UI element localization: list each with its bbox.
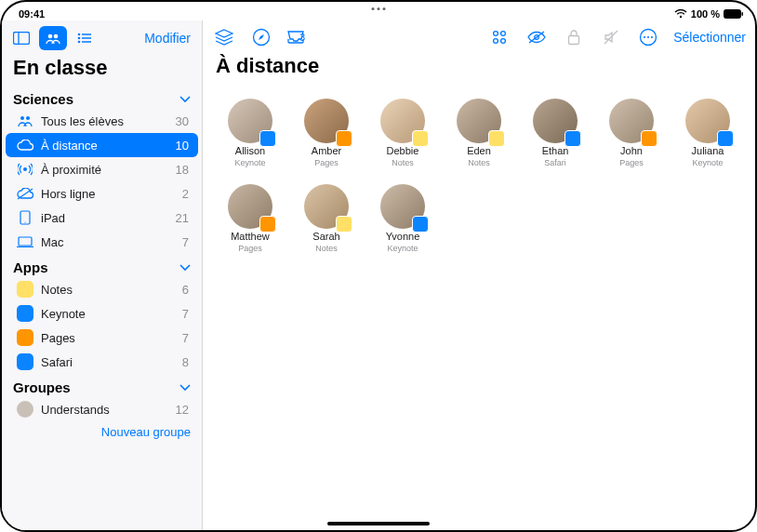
students-grid: AllisonKeynoteAmberPagesDebbieNotesEdenN…: [203, 82, 755, 270]
sidebar-item-keynote[interactable]: Keynote7: [6, 301, 198, 326]
svg-rect-18: [19, 237, 32, 246]
inbox-icon[interactable]: 3: [286, 25, 305, 49]
inbox-count: 3: [299, 32, 305, 43]
chevron-down-icon: [179, 384, 191, 392]
main-panel: 3 Sélectionner: [203, 20, 755, 530]
people-view-button[interactable]: [39, 26, 67, 50]
compass-icon[interactable]: [249, 25, 273, 49]
student-app-label: Keynote: [387, 244, 418, 253]
section-header-groups[interactable]: Groupes: [2, 374, 202, 397]
svg-point-12: [20, 116, 24, 120]
app-badge-safari-icon: [564, 130, 581, 147]
modify-button[interactable]: Modifier: [139, 27, 196, 49]
mute-icon[interactable]: [599, 25, 623, 49]
mac-icon: [17, 233, 33, 250]
device-frame: 09:41 100 %: [0, 0, 757, 532]
student-debbie[interactable]: DebbieNotes: [368, 99, 437, 167]
section-label: Apps: [13, 259, 48, 275]
svg-point-31: [647, 36, 649, 38]
new-group-button[interactable]: Nouveau groupe: [2, 421, 202, 443]
sidebar-item-count: 7: [182, 307, 189, 321]
sidebar-item-à-proximité[interactable]: À proximité18: [6, 157, 198, 181]
student-ethan[interactable]: EthanSafari: [521, 99, 590, 167]
near-icon: [17, 161, 33, 178]
student-juliana[interactable]: JulianaKeynote: [673, 99, 742, 167]
svg-point-23: [494, 39, 498, 44]
sidebar-item-label: Tous les élèves: [41, 114, 124, 128]
status-bar: 09:41 100 %: [2, 6, 755, 22]
sidebar-item-notes[interactable]: Notes6: [6, 277, 198, 301]
avatar-wrap: [304, 184, 349, 229]
svg-point-6: [78, 33, 81, 36]
stack-icon[interactable]: [212, 25, 236, 49]
more-icon[interactable]: [636, 25, 660, 49]
app-pages-icon: [17, 329, 33, 346]
student-app-label: Pages: [619, 158, 644, 167]
sidebar-item-count: 10: [176, 139, 189, 153]
sidebar-item-count: 7: [182, 331, 189, 345]
sidebar-item-tous-les-élèves[interactable]: Tous les élèves30: [6, 109, 198, 133]
section-header-sciences[interactable]: Sciences: [2, 86, 202, 109]
student-app-label: Notes: [392, 158, 414, 167]
sidebar-item-count: 18: [176, 163, 189, 177]
app-badge-pages-icon: [336, 130, 352, 147]
svg-point-7: [78, 37, 81, 40]
home-indicator: [327, 522, 430, 525]
sidebar-item-ipad[interactable]: iPad21: [6, 206, 198, 230]
sidebar-item-safari[interactable]: Safari8: [6, 350, 198, 374]
student-amber[interactable]: AmberPages: [292, 99, 361, 167]
sidebar-item-understands[interactable]: Understands12: [6, 397, 198, 421]
sidebar-item-label: Understands: [41, 403, 110, 417]
sidebar-item-count: 7: [182, 235, 189, 249]
student-yvonne[interactable]: YvonneKeynote: [368, 184, 437, 253]
battery-icon: [724, 9, 744, 19]
status-time: 09:41: [19, 8, 45, 20]
lock-icon[interactable]: [562, 25, 586, 49]
student-app-label: Notes: [315, 244, 338, 253]
student-name: Eden: [467, 145, 491, 156]
avatar-wrap: [609, 99, 654, 143]
student-eden[interactable]: EdenNotes: [445, 99, 513, 167]
student-app-label: Pages: [314, 158, 339, 167]
sidebar-item-label: Keynote: [41, 307, 86, 321]
svg-point-21: [494, 32, 498, 36]
svg-point-5: [54, 34, 59, 39]
sidebar-item-count: 12: [176, 403, 189, 417]
sidebar-item-label: Pages: [41, 331, 75, 345]
chevron-down-icon: [179, 96, 191, 103]
student-name: Ethan: [542, 145, 569, 156]
student-app-label: Keynote: [692, 158, 723, 167]
sidebar-item-count: 30: [176, 114, 189, 128]
sidebar-item-à-distance[interactable]: À distance10: [6, 133, 198, 157]
svg-point-4: [48, 34, 53, 39]
student-john[interactable]: JohnPages: [597, 99, 666, 167]
people-icon: [17, 113, 33, 129]
group-avatar: [17, 401, 33, 418]
eye-off-icon[interactable]: [525, 25, 549, 49]
section-header-apps[interactable]: Apps: [2, 254, 202, 277]
avatar-wrap: [228, 99, 272, 143]
grid-icon[interactable]: [487, 25, 511, 49]
status-right: 100 %: [674, 8, 744, 20]
sidebar: Modifier En classe SciencesTous les élèv…: [2, 20, 203, 530]
sidebar-toolbar: Modifier: [2, 20, 202, 54]
app-safari-icon: [17, 353, 33, 370]
student-name: John: [620, 145, 643, 156]
sidebar-item-count: 6: [182, 283, 189, 297]
svg-point-24: [501, 39, 506, 44]
list-view-button[interactable]: [71, 26, 99, 50]
student-allison[interactable]: AllisonKeynote: [216, 99, 285, 167]
sidebar-title: En classe: [2, 54, 202, 86]
svg-rect-2: [14, 33, 30, 45]
sidebar-toggle-button[interactable]: [7, 26, 35, 50]
sidebar-item-label: À proximité: [41, 163, 101, 177]
sidebar-item-pages[interactable]: Pages7: [6, 326, 198, 350]
student-sarah[interactable]: SarahNotes: [292, 184, 361, 253]
ipad-icon: [17, 209, 33, 226]
student-matthew[interactable]: MatthewPages: [216, 184, 285, 253]
sidebar-item-mac[interactable]: Mac7: [6, 230, 198, 254]
sidebar-item-hors-ligne[interactable]: Hors ligne2: [6, 181, 198, 206]
app-badge-pages-icon: [641, 130, 657, 147]
sidebar-item-label: Safari: [41, 355, 73, 369]
select-button[interactable]: Sélectionner: [673, 30, 746, 45]
